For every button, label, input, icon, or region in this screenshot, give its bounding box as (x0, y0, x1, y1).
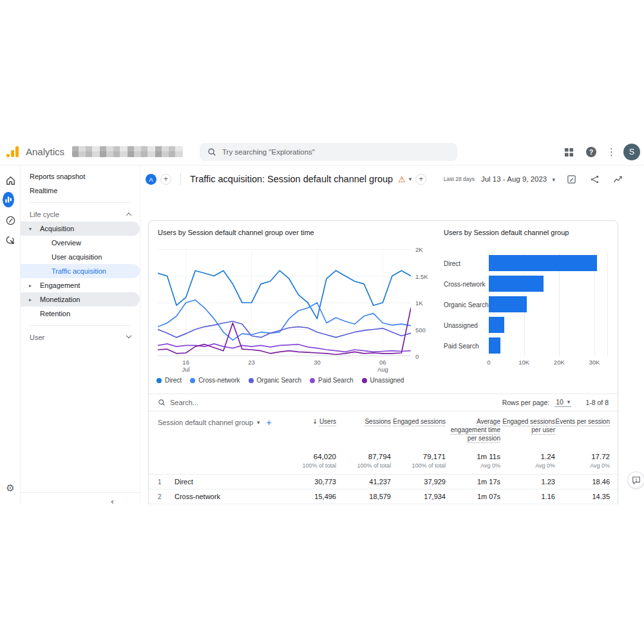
sidebar-item-traffic-acquisition[interactable]: Traffic acquisition (21, 264, 140, 278)
totals-cell: 79,171100% of total (391, 453, 446, 469)
brand-name: Analytics (26, 146, 64, 157)
advertising-icon[interactable] (5, 234, 16, 246)
metric-header-engaged-sessions[interactable]: Engaged sessions (391, 417, 446, 426)
global-search-input[interactable]: Try searching "Explorations" (200, 143, 457, 161)
bar-x-tick-label: 20K (554, 359, 565, 366)
bar-direct[interactable] (489, 255, 597, 271)
x-tick-label: 16Jul (182, 359, 190, 373)
sidebar-item-label: Life cycle (30, 211, 59, 218)
apps-grid-icon[interactable] (562, 145, 576, 159)
nav-divider (30, 202, 131, 203)
bar-category-label: Organic Search (444, 294, 486, 315)
admin-gear-icon[interactable]: ⚙ (5, 482, 16, 494)
sidebar-nav-list: Reports snapshotRealtimeLife cycle▾Acqui… (21, 169, 140, 345)
bar-category-label: Unassigned (444, 315, 486, 336)
rows-per-page-select[interactable]: 10 ▾ (554, 398, 571, 407)
date-range-picker[interactable]: Jul 13 - Aug 9, 2023 ▾ (481, 175, 555, 183)
table-toolbar: Search... Rows per page: 10 ▾ 1-8 of 8 (149, 394, 618, 412)
bar-cross-network[interactable] (489, 276, 544, 292)
bar-chart-plot[interactable] (489, 253, 608, 356)
legend-item[interactable]: Cross-network (190, 377, 240, 384)
title-caret-icon[interactable]: ▾ (409, 176, 412, 182)
more-options-icon[interactable]: ⋮ (607, 146, 613, 158)
metric-header-sessions[interactable]: Sessions (336, 417, 391, 426)
sidebar-item-reports-snapshot[interactable]: Reports snapshot (21, 169, 140, 184)
customize-report-icon[interactable] (564, 172, 578, 186)
pagination-controls: Rows per page: 10 ▾ 1-8 of 8 (502, 398, 609, 407)
report-header-actions: Last 28 days Jul 13 - Aug 9, 2023 ▾ (444, 172, 625, 186)
help-icon[interactable]: ? (586, 147, 596, 157)
x-tick-label: 06Aug (377, 359, 388, 373)
sidebar-item-retention[interactable]: Retention (21, 307, 140, 321)
totals-cell: 64,020100% of total (281, 453, 336, 469)
table-row-direct[interactable]: 1Direct30,77341,23737,9291m 17s1.2318.46 (149, 475, 618, 489)
google-analytics-logo[interactable] (6, 146, 21, 158)
legend-dot-icon (249, 378, 254, 383)
table-search-input[interactable]: Search... (158, 399, 198, 406)
home-icon[interactable] (5, 175, 16, 186)
date-preset-label: Last 28 days (444, 176, 475, 182)
bar-x-tick-label: 30K (589, 359, 600, 366)
sidebar-item-monetization[interactable]: ▸Monetization (21, 292, 140, 307)
metric-header-average-engagement-time-per-session[interactable]: Average engagement time per session (446, 417, 500, 442)
sidebar-item-label: Reports snapshot (30, 173, 85, 180)
legend-item[interactable]: Organic Search (249, 377, 301, 384)
bar-x-tick-label: 10K (518, 359, 529, 366)
sidebar-item-user-acquisition[interactable]: User acquisition (21, 250, 140, 264)
sidebar-item-acquisition[interactable]: ▾Acquisition (21, 222, 140, 236)
y-tick-label: 1K (415, 299, 423, 307)
bar-category-label: Direct (444, 253, 486, 274)
dimension-caret-icon: ▾ (257, 419, 260, 426)
chevron-up-icon[interactable] (126, 213, 131, 218)
bar-paid-search[interactable] (489, 337, 500, 354)
bar-unassigned[interactable] (489, 317, 504, 333)
rows-per-page-label: Rows per page: (502, 399, 550, 406)
explore-icon[interactable] (5, 214, 16, 226)
bar-gridline (607, 253, 608, 356)
bar-category-label: Cross-network (444, 274, 486, 294)
table-row-cross-network[interactable]: 2Cross-network15,49618,57917,9341m 07s1.… (149, 489, 618, 504)
collapsed-caret-icon: ▸ (29, 283, 32, 289)
sidebar-item-engagement[interactable]: ▸Engagement (21, 278, 140, 292)
legend-item[interactable]: Unassigned (362, 377, 404, 384)
totals-cell: 87,794100% of total (336, 453, 391, 469)
line-chart-legend: DirectCross-networkOrganic SearchPaid Se… (156, 377, 404, 384)
chevron-down-icon[interactable] (126, 333, 131, 338)
sidebar-item-life-cycle[interactable]: Life cycle (21, 207, 140, 222)
insights-icon[interactable] (611, 172, 625, 186)
share-icon[interactable] (587, 172, 601, 186)
bar-x-tick-label: 0 (487, 359, 490, 366)
avatar[interactable]: S (623, 144, 640, 160)
totals-cell: 1m 11sAvg 0% (446, 453, 500, 469)
bar-chart-cats: DirectCross-networkOrganic SearchUnassig… (444, 253, 486, 356)
property-name-blurred[interactable] (72, 146, 183, 157)
warning-icon[interactable]: ⚠ (398, 175, 406, 184)
sidebar-nav: Reports snapshotRealtimeLife cycle▾Acqui… (21, 166, 140, 504)
line-chart-svg[interactable] (158, 249, 411, 356)
metric-header-events-per-session[interactable]: Events per session (555, 417, 610, 426)
dimension-header[interactable]: Session default channel group▾+ (158, 417, 281, 428)
metric-header-users[interactable]: ↓ Users (281, 417, 336, 426)
sidebar-item-label: Engagement (40, 281, 80, 289)
metric-header-engaged-sessions-per-user[interactable]: Engaged sessions per user (500, 417, 555, 434)
sidebar-item-overview[interactable]: Overview (21, 236, 140, 250)
report-header: A + Traffic acquisition: Session default… (146, 169, 625, 189)
legend-item[interactable]: Paid Search (310, 377, 353, 384)
add-dimension-button[interactable]: + (267, 417, 272, 428)
legend-item[interactable]: Direct (156, 377, 182, 384)
add-tab-button[interactable]: + (160, 174, 171, 185)
collapsed-caret-icon: ▸ (29, 297, 32, 303)
reports-icon[interactable] (3, 194, 14, 205)
add-report-button[interactable]: + (415, 174, 426, 185)
totals-cell: 1.24Avg 0% (500, 453, 555, 469)
report-tab-a[interactable]: A (146, 174, 156, 185)
report-content: A + Traffic acquisition: Session default… (140, 166, 644, 504)
legend-dot-icon (190, 378, 195, 383)
feedback-button[interactable] (627, 471, 644, 489)
sidebar-item-realtime[interactable]: Realtime (21, 184, 140, 198)
bar-organic-search[interactable] (489, 296, 527, 312)
collapse-sidebar-icon[interactable]: ‹ (111, 497, 114, 504)
expanded-caret-icon: ▾ (29, 226, 32, 232)
y-tick-label: 500 (415, 326, 426, 333)
sidebar-item-user[interactable]: User (21, 330, 140, 345)
